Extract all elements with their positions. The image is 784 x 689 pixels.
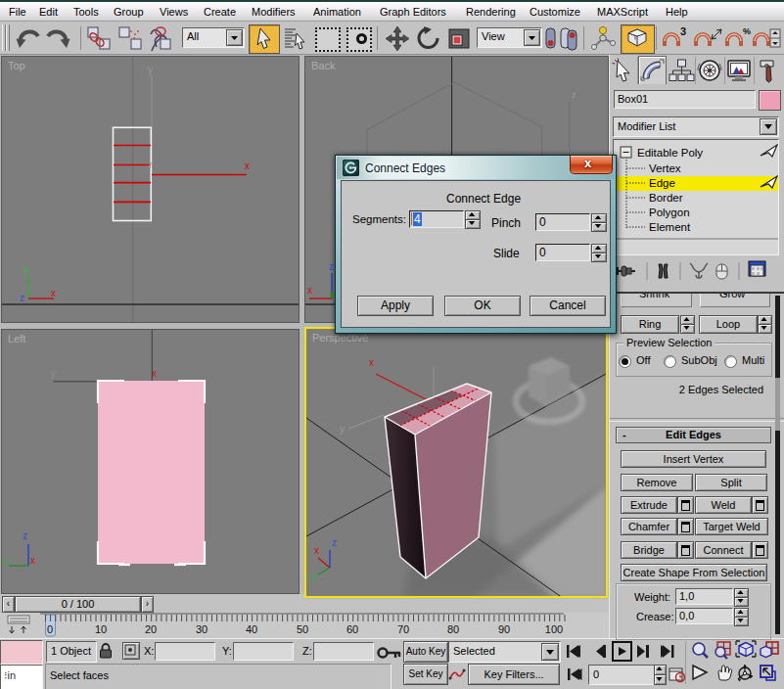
svg-text:60: 60 <box>346 623 358 635</box>
svg-text:z: z <box>23 530 27 541</box>
svg-text:10: 10 <box>95 623 107 635</box>
svg-text:Polygon: Polygon <box>649 207 690 218</box>
svg-text:y: y <box>148 65 153 75</box>
svg-text:y: y <box>51 368 56 379</box>
svg-text:x: x <box>369 357 374 368</box>
svg-text:z: z <box>572 90 576 100</box>
svg-text:30: 30 <box>196 623 208 635</box>
svg-text:Border: Border <box>649 192 683 204</box>
svg-text:z: z <box>332 537 337 548</box>
svg-text:Editable Poly: Editable Poly <box>637 147 703 159</box>
svg-text:100: 100 <box>545 623 563 635</box>
svg-text:x: x <box>30 555 35 566</box>
svg-text:x: x <box>51 288 56 299</box>
svg-text:y: y <box>23 264 28 275</box>
svg-text:x: x <box>307 285 312 296</box>
svg-text:Vertex: Vertex <box>649 162 681 174</box>
svg-text:y: y <box>340 424 345 435</box>
svg-text:Edge: Edge <box>649 177 675 189</box>
svg-text:%: % <box>743 26 751 36</box>
svg-text:z: z <box>20 293 24 303</box>
svg-text:y: y <box>311 571 316 581</box>
svg-text:x: x <box>314 545 319 556</box>
svg-text:50: 50 <box>297 623 308 635</box>
svg-text:80: 80 <box>447 623 459 635</box>
svg-text:z: z <box>148 160 153 169</box>
svg-text:y: y <box>3 555 8 566</box>
svg-text:x: x <box>245 161 250 171</box>
svg-text:0: 0 <box>47 623 53 635</box>
svg-text:70: 70 <box>397 623 409 635</box>
svg-text:z: z <box>329 261 334 272</box>
svg-text:90: 90 <box>498 623 510 635</box>
svg-text:Element: Element <box>649 221 691 233</box>
svg-text:3: 3 <box>680 25 686 37</box>
svg-text:40: 40 <box>246 623 257 635</box>
svg-text:x: x <box>152 368 157 379</box>
svg-text:20: 20 <box>145 623 157 635</box>
